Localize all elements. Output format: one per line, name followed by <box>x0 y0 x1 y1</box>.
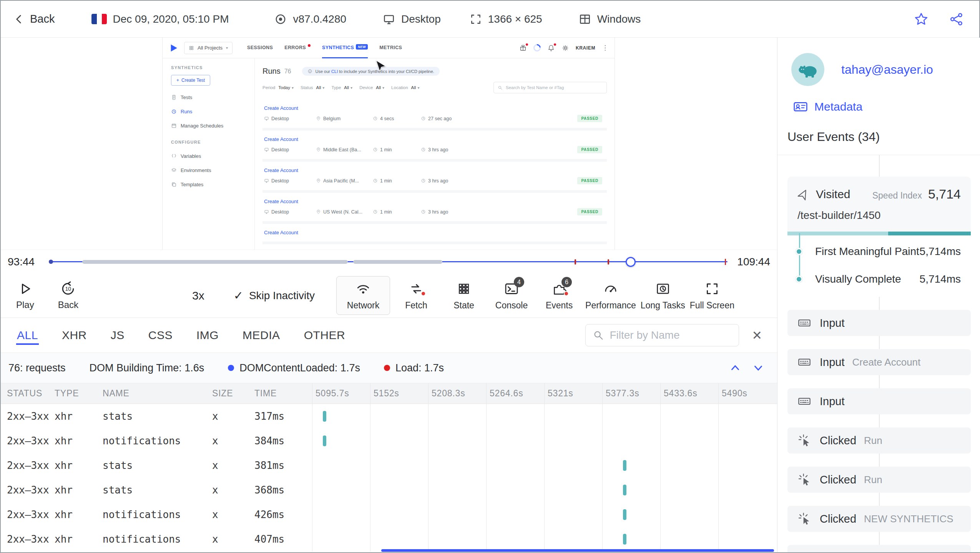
tab-errors[interactable]: ERRORS <box>284 38 311 58</box>
col-status: STATUS <box>1 388 55 399</box>
network-request-row[interactable]: 2xx–3xx xhr stats x 381ms <box>1 453 777 478</box>
cli-link[interactable]: CLI <box>331 69 338 74</box>
monitor-icon <box>264 116 269 121</box>
play-button[interactable]: Play <box>16 281 34 310</box>
filter-location[interactable]: LocationAll▾ <box>391 85 419 90</box>
speed-toggle[interactable]: 3x <box>192 289 204 302</box>
full-screen-button[interactable]: Full Screen <box>688 276 737 315</box>
close-panel-button[interactable]: × <box>752 327 762 343</box>
red-dot-icon <box>384 365 390 371</box>
metadata-button[interactable]: Metadata <box>793 99 862 114</box>
network-request-row[interactable]: 2xx–3xx xhr stats x 368ms <box>1 478 777 502</box>
clicked-event-card[interactable]: Clicked NEW SYNTHETICS <box>787 506 971 532</box>
clicked-event-card[interactable]: Clicked Run <box>787 427 971 454</box>
filter-type[interactable]: TypeAll▾ <box>331 85 352 90</box>
run-item[interactable]: Create Account Desktop US West (N. Cal..… <box>262 193 607 224</box>
scrubber-handle[interactable] <box>626 257 636 267</box>
tab-synthetics[interactable]: SYNTHETICSNEW <box>322 38 368 58</box>
issue-marker[interactable] <box>575 259 576 265</box>
back-10s-button[interactable]: 10 Back <box>58 281 78 310</box>
skip-inactivity-toggle[interactable]: ✓ Skip Inactivity <box>234 289 315 302</box>
network-panel-button[interactable]: Network <box>336 276 390 315</box>
back-label: Back <box>30 13 55 25</box>
total-time: 109:44 <box>734 256 770 268</box>
kebab-menu[interactable]: ⋮ <box>602 44 608 52</box>
network-request-row[interactable]: 2xx–3xx xhr notifications x 426ms <box>1 502 777 527</box>
run-item[interactable]: Create Account Desktop Asia Pacific (M..… <box>262 162 607 193</box>
tab-css[interactable]: CSS <box>148 326 173 345</box>
location-pin-icon <box>316 209 321 214</box>
tab-all[interactable]: ALL <box>16 326 39 345</box>
play-icon <box>17 281 33 297</box>
settings-button[interactable] <box>561 44 569 52</box>
network-request-row[interactable]: 2xx–3xx xhr notifications x 407ms <box>1 527 777 551</box>
test-search-input[interactable] <box>506 85 603 90</box>
visited-event-card[interactable]: Visited Speed Index5,714 /test-builder/1… <box>787 177 971 297</box>
requests-count: 76: requests <box>8 362 66 374</box>
run-name-link[interactable]: Create Account <box>264 230 298 235</box>
sidebar-item-variables[interactable]: Variables <box>171 149 254 163</box>
full-screen-icon <box>704 281 720 296</box>
long-tasks-panel-button[interactable]: Long Tasks <box>638 276 688 315</box>
create-test-button[interactable]: + Create Test <box>171 75 210 86</box>
device-label: Desktop <box>401 13 441 25</box>
filter-device[interactable]: DeviceAll▾ <box>359 85 384 90</box>
run-name-link[interactable]: Create Account <box>264 105 298 111</box>
sidebar-item-templates[interactable]: Templates <box>171 177 254 192</box>
run-item[interactable]: Create Account Desktop Middle East (Ba..… <box>262 131 607 162</box>
project-selector[interactable]: All Projects ▾ <box>184 42 233 54</box>
input-event-card[interactable]: Input Create Account <box>787 349 971 375</box>
jump-previous-button[interactable] <box>729 361 742 374</box>
run-name-link[interactable]: Create Account <box>264 199 298 204</box>
visited-label: Visited <box>816 188 850 201</box>
account-menu[interactable]: KRAIEM <box>576 45 595 51</box>
state-panel-button[interactable]: State <box>440 276 488 315</box>
console-panel-button[interactable]: 4 Console <box>488 276 535 315</box>
tab-other[interactable]: OTHER <box>303 326 346 345</box>
events-panel-button[interactable]: 6 Events <box>535 276 583 315</box>
clicked-event-card[interactable]: Clicked Run <box>787 467 971 493</box>
sidebar-item-manage-schedules[interactable]: Manage Schedules <box>171 119 254 133</box>
notifications-button[interactable] <box>547 44 555 52</box>
screen-resolution: 1366 × 625 <box>469 13 542 26</box>
favorite-button[interactable] <box>914 12 929 26</box>
input-event-card[interactable]: Input <box>787 388 971 414</box>
back-seconds-label: 10 <box>60 286 76 292</box>
tab-xhr[interactable]: XHR <box>61 326 88 345</box>
network-request-row[interactable]: 2xx–3xx xhr stats x 317ms <box>1 404 777 429</box>
run-name-link[interactable]: Create Account <box>264 136 298 142</box>
alert-dot <box>564 291 569 296</box>
filter-input[interactable] <box>610 329 748 341</box>
horizontal-scrollbar[interactable] <box>381 549 774 552</box>
network-request-row[interactable]: 2xx–3xx xhr notifications x 384ms <box>1 429 777 453</box>
input-event-card[interactable]: Input <box>787 310 971 336</box>
run-item[interactable]: Create Account <box>262 224 607 244</box>
filter-period[interactable]: PeriodToday▾ <box>262 85 294 90</box>
timeline-track[interactable] <box>50 250 728 273</box>
performance-panel-button[interactable]: Performance <box>583 276 638 315</box>
tab-img[interactable]: IMG <box>196 326 219 345</box>
sidebar-item-runs[interactable]: Runs <box>171 104 254 119</box>
waterfall-tick: 5095.7s <box>316 388 349 399</box>
fetch-panel-button[interactable]: Fetch <box>392 276 440 315</box>
issue-marker[interactable] <box>608 259 609 265</box>
filter-field[interactable] <box>585 324 739 346</box>
filter-status[interactable]: StatusAll▾ <box>301 85 324 90</box>
sidebar-item-environments[interactable]: Environments <box>171 163 254 177</box>
run-name-link[interactable]: Create Account <box>264 167 298 173</box>
user-email[interactable]: tahay@asayer.io <box>841 63 933 77</box>
notification-dot <box>553 43 556 46</box>
share-button[interactable] <box>949 12 964 26</box>
back-button[interactable]: Back <box>12 13 55 26</box>
tab-js[interactable]: JS <box>110 326 125 345</box>
whats-new-button[interactable] <box>519 44 527 52</box>
tab-metrics[interactable]: METRICS <box>379 38 402 58</box>
test-search-field[interactable] <box>493 82 607 93</box>
jump-next-button[interactable] <box>752 361 765 374</box>
run-item[interactable]: Create Account Desktop Belgium 4 secs 27… <box>262 99 607 131</box>
event-card-partial[interactable] <box>787 545 971 552</box>
sidebar-item-tests[interactable]: Tests <box>171 90 254 104</box>
tab-media[interactable]: MEDIA <box>242 326 281 345</box>
monitor-icon <box>382 13 395 26</box>
tab-sessions[interactable]: SESSIONS <box>247 38 273 58</box>
